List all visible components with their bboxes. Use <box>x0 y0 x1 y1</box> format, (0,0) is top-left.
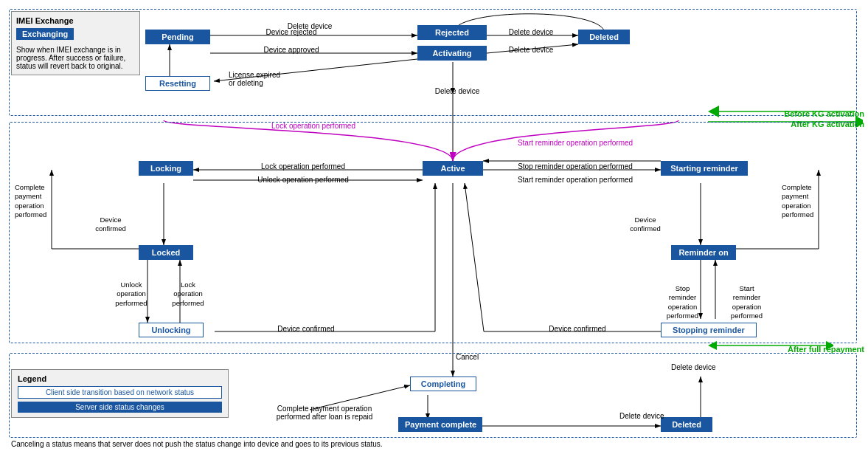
label-delete-device-r2: Delete device <box>490 46 572 54</box>
label-unlock-op: Unlock operation performed <box>218 176 388 184</box>
label-complete-payment-loan: Complete payment operationperformed afte… <box>236 405 413 421</box>
label-complete-payment-right: Completepaymentoperationperformed <box>782 183 855 219</box>
label-device-rejected: Device rejected <box>236 28 347 36</box>
label-delete-device-mid: Delete device <box>420 87 494 95</box>
diagram-container: IMEI Exchange Exchanging Show when IMEI … <box>0 0 868 471</box>
state-stopping-reminder: Stopping reminder <box>661 323 757 337</box>
label-device-confirmed-locking: Deviceconfirmed <box>81 216 140 234</box>
legend-outline-item: Client side transition based on network … <box>18 386 222 399</box>
legend-box: Legend Client side transition based on n… <box>11 369 229 418</box>
label-delete-pc: Delete device <box>619 412 664 420</box>
label-device-confirmed-mid: Device confirmed <box>258 325 354 333</box>
label-stop-reminder: Stop reminder operation performed <box>487 162 664 171</box>
label-license-expired: License expiredor deleting <box>229 71 324 87</box>
label-complete-payment-left: Completepaymentoperationperformed <box>15 183 66 219</box>
label-device-confirmed-reminder: Deviceconfirmed <box>616 216 675 234</box>
state-pending: Pending <box>145 30 210 44</box>
state-rejected: Rejected <box>417 25 487 40</box>
state-activating: Activating <box>417 46 487 61</box>
label-start-reminder3: Startreminderoperationperformed <box>719 284 774 320</box>
legend-title: Legend <box>18 374 222 383</box>
label-lock-op-top: Lock operation performed <box>184 122 442 130</box>
state-completing: Completing <box>410 377 476 391</box>
state-locked: Locked <box>139 245 193 260</box>
canceling-note: Canceling a status means that server doe… <box>11 439 383 450</box>
state-payment-complete: Payment complete <box>398 417 482 432</box>
before-kg-label: Before KG activation <box>784 109 864 118</box>
state-starting-reminder: Starting reminder <box>661 161 748 176</box>
label-lock-op2: Lockoperationperformed <box>162 281 214 308</box>
label-unlock-op2: Unlockoperationperformed <box>105 281 157 308</box>
label-stop-reminder2: Stopreminderoperationperformed <box>655 284 710 320</box>
label-lock-op: Lock operation performed <box>218 162 388 171</box>
label-cancel: Cancel <box>456 353 479 361</box>
state-unlocking: Unlocking <box>139 323 204 337</box>
state-reminder-on: Reminder on <box>671 245 736 260</box>
label-device-approved: Device approved <box>236 46 347 54</box>
state-deleted-top: Deleted <box>578 30 630 44</box>
label-delete-device-r: Delete device <box>490 28 572 36</box>
label-delete-pc2: Delete device <box>671 363 716 371</box>
state-active: Active <box>423 161 483 176</box>
label-device-confirmed-right: Device confirmed <box>530 325 625 333</box>
legend-filled-item: Server side status changes <box>18 402 222 413</box>
label-start-reminder2: Start reminder operation performed <box>487 176 664 184</box>
state-deleted-bottom: Deleted <box>661 417 712 432</box>
state-resetting: Resetting <box>145 76 210 91</box>
label-start-reminder-top: Start reminder operation performed <box>442 139 708 147</box>
state-locking: Locking <box>139 161 193 176</box>
